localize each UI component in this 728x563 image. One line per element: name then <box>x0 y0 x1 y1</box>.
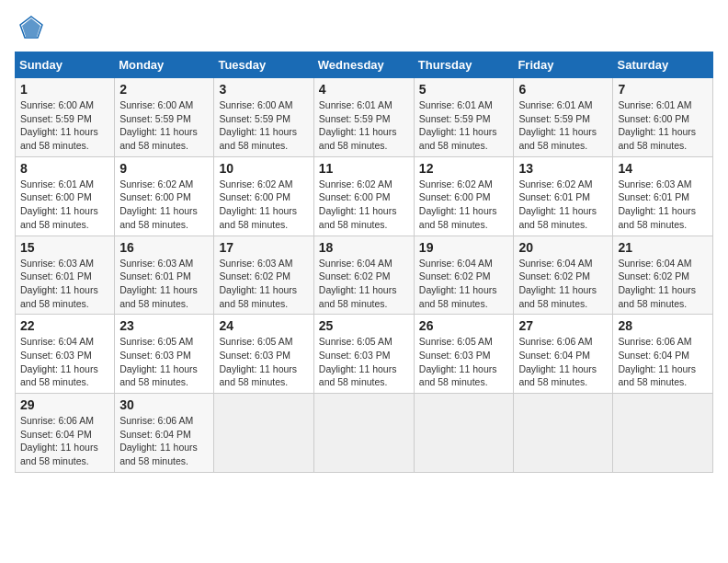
day-number: 9 <box>119 161 209 176</box>
calendar-cell: 21 Sunrise: 6:04 AMSunset: 6:02 PMDaylig… <box>613 236 713 315</box>
day-info: Sunrise: 6:02 AMSunset: 6:00 PMDaylight:… <box>219 178 297 230</box>
day-number: 22 <box>20 318 109 333</box>
day-info: Sunrise: 6:06 AMSunset: 6:04 PMDaylight:… <box>618 336 696 387</box>
page-header <box>15 15 713 40</box>
calendar-cell: 12 Sunrise: 6:02 AMSunset: 6:00 PMDaylig… <box>414 156 514 236</box>
day-number: 17 <box>219 240 308 255</box>
calendar-cell <box>414 394 514 473</box>
calendar-cell <box>214 394 313 473</box>
calendar-cell: 24 Sunrise: 6:05 AMSunset: 6:03 PMDaylig… <box>214 315 313 394</box>
day-number: 26 <box>419 318 509 333</box>
day-number: 27 <box>518 318 608 333</box>
calendar-cell: 6 Sunrise: 6:01 AMSunset: 5:59 PMDayligh… <box>514 78 613 157</box>
calendar-cell: 9 Sunrise: 6:02 AMSunset: 6:00 PMDayligh… <box>115 156 214 236</box>
calendar-cell: 22 Sunrise: 6:04 AMSunset: 6:03 PMDaylig… <box>16 315 115 394</box>
calendar-header-row: SundayMondayTuesdayWednesdayThursdayFrid… <box>16 52 713 78</box>
day-info: Sunrise: 6:01 AMSunset: 6:00 PMDaylight:… <box>618 99 696 151</box>
day-info: Sunrise: 6:02 AMSunset: 6:01 PMDaylight:… <box>518 178 597 230</box>
day-number: 28 <box>618 318 708 333</box>
day-number: 4 <box>319 82 409 97</box>
calendar-day-header: Saturday <box>613 52 713 78</box>
day-info: Sunrise: 6:03 AMSunset: 6:02 PMDaylight:… <box>219 258 297 309</box>
day-number: 6 <box>518 82 608 97</box>
day-number: 19 <box>419 240 509 255</box>
calendar-cell: 8 Sunrise: 6:01 AMSunset: 6:00 PMDayligh… <box>16 156 115 236</box>
day-info: Sunrise: 6:04 AMSunset: 6:02 PMDaylight:… <box>518 258 597 309</box>
calendar-week-row: 15 Sunrise: 6:03 AMSunset: 6:01 PMDaylig… <box>16 236 713 315</box>
calendar-week-row: 8 Sunrise: 6:01 AMSunset: 6:00 PMDayligh… <box>16 156 713 236</box>
calendar-cell: 18 Sunrise: 6:04 AMSunset: 6:02 PMDaylig… <box>313 236 414 315</box>
day-number: 23 <box>119 318 209 333</box>
day-info: Sunrise: 6:04 AMSunset: 6:02 PMDaylight:… <box>618 258 696 309</box>
calendar-cell: 10 Sunrise: 6:02 AMSunset: 6:00 PMDaylig… <box>214 156 313 236</box>
calendar-cell: 27 Sunrise: 6:06 AMSunset: 6:04 PMDaylig… <box>514 315 613 394</box>
calendar-cell: 20 Sunrise: 6:04 AMSunset: 6:02 PMDaylig… <box>514 236 613 315</box>
calendar-week-row: 29 Sunrise: 6:06 AMSunset: 6:04 PMDaylig… <box>16 394 713 473</box>
calendar-cell: 7 Sunrise: 6:01 AMSunset: 6:00 PMDayligh… <box>613 78 713 157</box>
day-info: Sunrise: 6:01 AMSunset: 6:00 PMDaylight:… <box>20 178 98 230</box>
day-number: 1 <box>20 82 109 97</box>
day-info: Sunrise: 6:04 AMSunset: 6:02 PMDaylight:… <box>319 258 397 309</box>
calendar-cell: 2 Sunrise: 6:00 AMSunset: 5:59 PMDayligh… <box>115 78 214 157</box>
day-number: 25 <box>319 318 409 333</box>
calendar-day-header: Friday <box>514 52 613 78</box>
calendar-cell: 11 Sunrise: 6:02 AMSunset: 6:00 PMDaylig… <box>313 156 414 236</box>
day-info: Sunrise: 6:01 AMSunset: 5:59 PMDaylight:… <box>518 99 597 151</box>
day-number: 20 <box>518 240 608 255</box>
calendar-week-row: 22 Sunrise: 6:04 AMSunset: 6:03 PMDaylig… <box>16 315 713 394</box>
day-number: 12 <box>419 161 509 176</box>
calendar-cell <box>313 394 414 473</box>
day-number: 30 <box>119 397 209 412</box>
day-info: Sunrise: 6:06 AMSunset: 6:04 PMDaylight:… <box>119 415 198 466</box>
day-info: Sunrise: 6:00 AMSunset: 5:59 PMDaylight:… <box>219 99 297 151</box>
day-number: 2 <box>119 82 209 97</box>
calendar-cell <box>613 394 713 473</box>
day-info: Sunrise: 6:03 AMSunset: 6:01 PMDaylight:… <box>119 258 198 309</box>
day-info: Sunrise: 6:06 AMSunset: 6:04 PMDaylight:… <box>20 415 98 466</box>
day-info: Sunrise: 6:04 AMSunset: 6:03 PMDaylight:… <box>20 336 98 387</box>
day-number: 14 <box>618 161 708 176</box>
calendar-cell: 4 Sunrise: 6:01 AMSunset: 5:59 PMDayligh… <box>313 78 414 157</box>
calendar-cell: 3 Sunrise: 6:00 AMSunset: 5:59 PMDayligh… <box>214 78 313 157</box>
day-info: Sunrise: 6:04 AMSunset: 6:02 PMDaylight:… <box>419 258 497 309</box>
day-number: 18 <box>319 240 409 255</box>
calendar-cell: 25 Sunrise: 6:05 AMSunset: 6:03 PMDaylig… <box>313 315 414 394</box>
day-number: 21 <box>618 240 708 255</box>
day-number: 11 <box>319 161 409 176</box>
day-number: 13 <box>518 161 608 176</box>
calendar-cell: 28 Sunrise: 6:06 AMSunset: 6:04 PMDaylig… <box>613 315 713 394</box>
calendar-cell: 30 Sunrise: 6:06 AMSunset: 6:04 PMDaylig… <box>115 394 214 473</box>
day-info: Sunrise: 6:03 AMSunset: 6:01 PMDaylight:… <box>618 178 696 230</box>
calendar-week-row: 1 Sunrise: 6:00 AMSunset: 5:59 PMDayligh… <box>16 78 713 157</box>
calendar-cell: 13 Sunrise: 6:02 AMSunset: 6:01 PMDaylig… <box>514 156 613 236</box>
day-number: 16 <box>119 240 209 255</box>
day-info: Sunrise: 6:02 AMSunset: 6:00 PMDaylight:… <box>119 178 198 230</box>
day-info: Sunrise: 6:05 AMSunset: 6:03 PMDaylight:… <box>119 336 198 387</box>
day-info: Sunrise: 6:06 AMSunset: 6:04 PMDaylight:… <box>518 336 597 387</box>
day-info: Sunrise: 6:02 AMSunset: 6:00 PMDaylight:… <box>419 178 497 230</box>
calendar-cell <box>514 394 613 473</box>
logo <box>15 15 44 40</box>
calendar-day-header: Wednesday <box>313 52 414 78</box>
calendar-day-header: Thursday <box>414 52 514 78</box>
day-number: 3 <box>219 82 308 97</box>
day-info: Sunrise: 6:01 AMSunset: 5:59 PMDaylight:… <box>419 99 497 151</box>
calendar-day-header: Monday <box>115 52 214 78</box>
calendar-cell: 26 Sunrise: 6:05 AMSunset: 6:03 PMDaylig… <box>414 315 514 394</box>
calendar-day-header: Sunday <box>16 52 115 78</box>
calendar-cell: 5 Sunrise: 6:01 AMSunset: 5:59 PMDayligh… <box>414 78 514 157</box>
logo-icon <box>18 15 44 40</box>
calendar-cell: 1 Sunrise: 6:00 AMSunset: 5:59 PMDayligh… <box>16 78 115 157</box>
day-number: 24 <box>219 318 308 333</box>
day-info: Sunrise: 6:00 AMSunset: 5:59 PMDaylight:… <box>20 99 98 151</box>
calendar-table: SundayMondayTuesdayWednesdayThursdayFrid… <box>15 52 713 473</box>
calendar-cell: 17 Sunrise: 6:03 AMSunset: 6:02 PMDaylig… <box>214 236 313 315</box>
day-number: 10 <box>219 161 308 176</box>
calendar-day-header: Tuesday <box>214 52 313 78</box>
calendar-cell: 14 Sunrise: 6:03 AMSunset: 6:01 PMDaylig… <box>613 156 713 236</box>
day-number: 29 <box>20 397 109 412</box>
calendar-cell: 16 Sunrise: 6:03 AMSunset: 6:01 PMDaylig… <box>115 236 214 315</box>
day-info: Sunrise: 6:01 AMSunset: 5:59 PMDaylight:… <box>319 99 397 151</box>
day-info: Sunrise: 6:05 AMSunset: 6:03 PMDaylight:… <box>319 336 397 387</box>
day-number: 5 <box>419 82 509 97</box>
